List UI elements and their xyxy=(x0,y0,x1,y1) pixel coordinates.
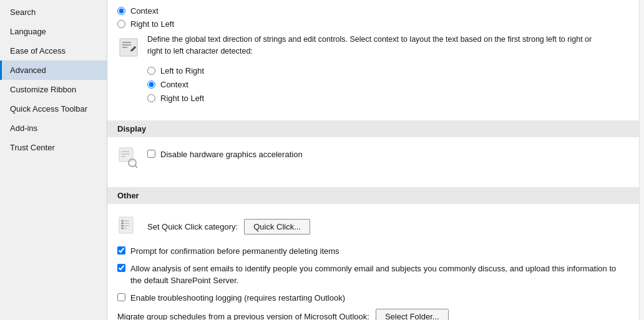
sidebar-item-trust-center[interactable]: Trust Center xyxy=(0,138,107,157)
direction1-section: Context Right to Left Define the global … xyxy=(107,0,639,115)
display-icon xyxy=(117,146,140,168)
sidebar-item-label: Quick Access Toolbar xyxy=(10,104,87,114)
quick-click-icon xyxy=(117,215,140,238)
svg-point-15 xyxy=(122,220,124,222)
radio-rtl-1-input[interactable] xyxy=(117,20,125,28)
sidebar-item-quick-access-toolbar[interactable]: Quick Access Toolbar xyxy=(0,99,107,119)
svg-rect-10 xyxy=(119,217,133,233)
svg-point-17 xyxy=(122,225,124,227)
sidebar-item-label: Add-ins xyxy=(10,124,37,133)
svg-point-16 xyxy=(122,223,124,225)
main-content: Context Right to Left Define the global … xyxy=(107,0,639,320)
direction1-radio-group: Context Right to Left xyxy=(117,6,629,29)
migrate-label: Migrate group schedules from a previous … xyxy=(117,312,369,320)
radio-rtl-2-label: Right to Left xyxy=(160,94,204,103)
radio-context-2-input[interactable] xyxy=(147,80,155,89)
disable-hw-accel-label: Disable hardware graphics acceleration xyxy=(160,148,303,161)
sidebar-item-customize-ribbon[interactable]: Customize Ribbon xyxy=(0,80,107,99)
sidebar-item-advanced[interactable]: Advanced xyxy=(0,61,107,80)
disable-hw-accel-checkbox[interactable] xyxy=(147,150,155,158)
sidebar-item-label: Advanced xyxy=(10,65,46,75)
prompt-confirm-checkbox[interactable] xyxy=(117,246,125,255)
other-content: Set Quick Click category: Quick Click...… xyxy=(107,204,639,320)
radio-context-1-label: Context xyxy=(130,6,159,16)
quick-click-row: Set Quick Click category: Quick Click... xyxy=(117,215,629,238)
select-folder-button[interactable]: Select Folder... xyxy=(376,309,449,320)
enable-logging-label: Enable troubleshooting logging (requires… xyxy=(130,292,345,304)
sidebar-item-label: Trust Center xyxy=(10,143,55,152)
sidebar-item-label: Customize Ribbon xyxy=(10,85,76,94)
sidebar-item-search[interactable]: Search xyxy=(0,2,107,22)
radio-rtl-1[interactable]: Right to Left xyxy=(117,19,629,29)
prompt-confirm-checkbox-row[interactable]: Prompt for confirmation before permanent… xyxy=(117,245,629,258)
display-checkbox-row[interactable]: Disable hardware graphics acceleration xyxy=(147,148,303,161)
allow-analysis-label: Allow analysis of sent emails to identif… xyxy=(130,263,629,287)
direction-info-text: Define the global text direction of stri… xyxy=(147,34,603,57)
sidebar-item-ease-of-access[interactable]: Ease of Access xyxy=(0,41,107,61)
other-section-header: Other xyxy=(107,187,639,204)
migrate-row: Migrate group schedules from a previous … xyxy=(117,309,629,320)
sidebar-item-label: Search xyxy=(10,7,36,17)
radio-ltr-label: Left to Right xyxy=(160,66,204,75)
direction2-radio-group: Left to Right Context Right to Left xyxy=(147,66,629,103)
svg-point-18 xyxy=(122,228,124,230)
radio-context-1-input[interactable] xyxy=(117,7,125,15)
sidebar-item-add-ins[interactable]: Add-ins xyxy=(0,119,107,138)
display-content: Disable hardware graphics acceleration xyxy=(107,137,639,182)
svg-line-9 xyxy=(135,165,137,168)
quick-click-button[interactable]: Quick Click... xyxy=(244,219,310,235)
display-section-header: Display xyxy=(107,120,639,137)
radio-context-2-label: Context xyxy=(160,80,188,89)
sidebar-item-label: Language xyxy=(10,27,46,36)
display-row: Disable hardware graphics acceleration xyxy=(117,143,629,168)
sidebar: Search Language Ease of Access Advanced … xyxy=(0,0,107,320)
allow-analysis-checkbox[interactable] xyxy=(117,264,125,272)
radio-ltr-input[interactable] xyxy=(147,67,155,75)
enable-logging-checkbox-row[interactable]: Enable troubleshooting logging (requires… xyxy=(117,292,629,304)
direction-icon xyxy=(117,36,140,59)
allow-analysis-checkbox-row[interactable]: Allow analysis of sent emails to identif… xyxy=(117,263,629,287)
direction-info-row: Define the global text direction of stri… xyxy=(117,34,629,59)
radio-ltr[interactable]: Left to Right xyxy=(147,66,629,75)
radio-rtl-1-label: Right to Left xyxy=(130,19,174,29)
scrollbar[interactable] xyxy=(639,0,644,320)
radio-rtl-2-input[interactable] xyxy=(147,94,155,102)
prompt-confirm-label: Prompt for confirmation before permanent… xyxy=(130,245,339,258)
quick-click-content: Set Quick Click category: Quick Click... xyxy=(147,219,310,235)
quick-click-label: Set Quick Click category: xyxy=(147,222,238,231)
radio-rtl-2[interactable]: Right to Left xyxy=(147,94,629,103)
sidebar-item-language[interactable]: Language xyxy=(0,22,107,41)
radio-context-2[interactable]: Context xyxy=(147,80,629,89)
radio-context-1[interactable]: Context xyxy=(117,6,629,16)
sidebar-item-label: Ease of Access xyxy=(10,46,66,56)
enable-logging-checkbox[interactable] xyxy=(117,293,125,301)
